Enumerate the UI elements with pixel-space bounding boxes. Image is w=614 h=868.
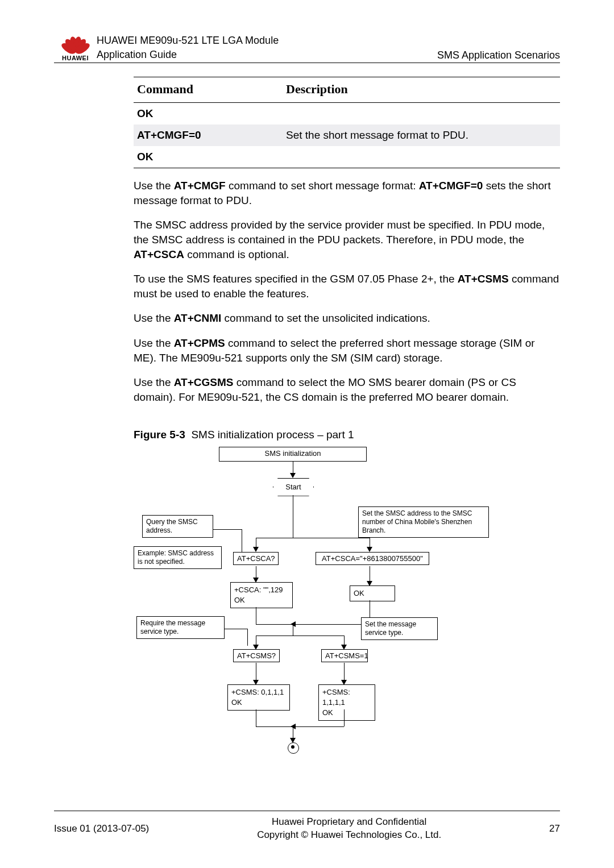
table-row: OK <box>134 103 560 125</box>
flow-response: +CSMS: 0,1,1,1 OK <box>227 684 290 711</box>
paragraph: Use the AT+CPMS command to select the pr… <box>134 336 560 365</box>
flow-cmd: AT+CSMS? <box>233 649 280 662</box>
table-row: AT+CMGF=0 Set the short message format t… <box>134 124 560 146</box>
header-product: HUAWEI ME909u-521 LTE LGA Module <box>97 34 437 47</box>
page-header: HUAWEI HUAWEI ME909u-521 LTE LGA Module … <box>54 28 560 63</box>
flow-start: Start <box>273 478 314 496</box>
flow-response: +CSMS: 1,1,1,1 OK <box>318 684 375 721</box>
flow-cmd: AT+CSMS=1 <box>321 649 368 662</box>
header-section: SMS Application Scenarios <box>437 49 560 61</box>
th-description: Description <box>283 77 560 103</box>
flow-response: +CSCA: "",129 OK <box>230 582 293 608</box>
footer-line2: Copyright © Huawei Technologies Co., Ltd… <box>149 829 549 842</box>
flow-cmd: AT+CSCA="+8613800755500" <box>316 552 429 565</box>
flow-note: Query the SMSC address. <box>142 515 213 538</box>
footer-line1: Huawei Proprietary and Confidential <box>149 816 549 829</box>
paragraph: Use the AT+CGSMS command to select the M… <box>134 375 560 404</box>
footer-issue: Issue 01 (2013-07-05) <box>54 823 149 834</box>
flow-cmd: AT+CSCA? <box>233 552 279 565</box>
flow-note: Set the SMSC address to the SMSC number … <box>358 506 489 538</box>
command-table: Command Description OK AT+CMGF=0 Set the… <box>134 77 560 168</box>
flow-response: OK <box>350 585 395 601</box>
flow-title: SMS initialization <box>219 447 367 462</box>
th-command: Command <box>134 77 283 103</box>
paragraph: Use the AT+CNMI command to set the unsol… <box>134 311 560 326</box>
figure-caption: Figure 5-3 SMS initialization process – … <box>134 429 560 441</box>
flow-note: Example: SMSC address is not specified. <box>134 546 222 569</box>
footer-page: 27 <box>549 823 560 834</box>
table-row: OK <box>134 146 560 168</box>
flow-note: Set the message service type. <box>361 617 438 640</box>
page-footer: Issue 01 (2013-07-05) Huawei Proprietary… <box>54 811 560 842</box>
header-doc: Application Guide <box>97 48 437 61</box>
flow-diagram: SMS initialization Start Query the SMSC … <box>134 447 503 765</box>
paragraph: The SMSC address provided by the service… <box>134 218 560 261</box>
brand-name: HUAWEI <box>54 55 97 61</box>
brand-logo: HUAWEI <box>54 28 97 61</box>
paragraph: Use the AT+CMGF command to set short mes… <box>134 178 560 207</box>
flow-note: Require the message service type. <box>136 616 225 639</box>
paragraph: To use the SMS features specified in the… <box>134 272 560 301</box>
